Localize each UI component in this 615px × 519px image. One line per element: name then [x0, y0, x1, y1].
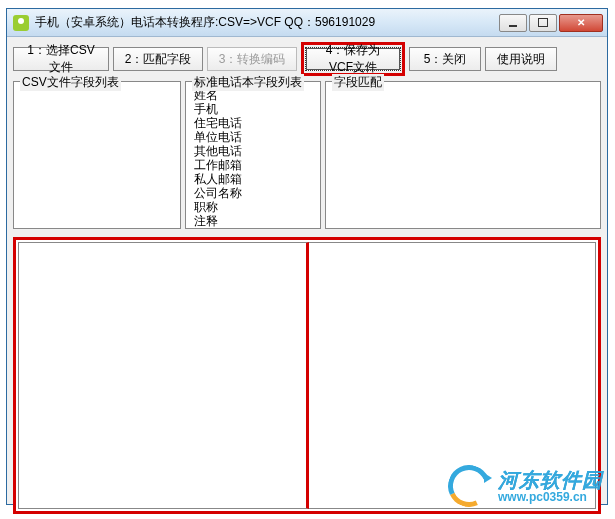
field-match-label: 字段匹配	[332, 74, 384, 91]
standard-fields-panel: 标准电话本字段列表 姓名 手机 住宅电话 单位电话 其他电话 工作邮箱 私人邮箱…	[185, 81, 321, 229]
field-item[interactable]: 住宅电话	[194, 116, 312, 130]
field-item[interactable]: 公司名称	[194, 186, 312, 200]
field-item[interactable]: 单位电话	[194, 130, 312, 144]
standard-fields-list[interactable]: 姓名 手机 住宅电话 单位电话 其他电话 工作邮箱 私人邮箱 公司名称 职称 注…	[186, 82, 320, 234]
app-window: 手机（安卓系统）电话本转换程序:CSV=>VCF QQ：596191029 1：…	[6, 8, 608, 505]
watermark: 河东软件园 www.pc0359.cn	[448, 465, 603, 509]
csv-fields-panel: CSV文件字段列表	[13, 81, 181, 229]
watermark-title: 河东软件园	[498, 469, 603, 491]
field-item[interactable]: 私人邮箱	[194, 172, 312, 186]
watermark-text: 河东软件园 www.pc0359.cn	[498, 469, 603, 504]
save-vcf-button[interactable]: 4：保存为VCF文件	[305, 47, 401, 71]
help-button[interactable]: 使用说明	[485, 47, 557, 71]
watermark-logo-icon	[448, 465, 492, 509]
close-button[interactable]	[559, 14, 603, 32]
field-item[interactable]: 其他电话	[194, 144, 312, 158]
field-item[interactable]: 注释	[194, 214, 312, 228]
standard-fields-label: 标准电话本字段列表	[192, 74, 304, 91]
convert-encoding-button[interactable]: 3：转换编码	[207, 47, 297, 71]
match-fields-button[interactable]: 2：匹配字段	[113, 47, 203, 71]
field-item[interactable]: 职称	[194, 200, 312, 214]
maximize-button[interactable]	[529, 14, 557, 32]
window-title: 手机（安卓系统）电话本转换程序:CSV=>VCF QQ：596191029	[35, 14, 499, 31]
field-panels: CSV文件字段列表 标准电话本字段列表 姓名 手机 住宅电话 单位电话 其他电话…	[7, 81, 607, 229]
csv-fields-label: CSV文件字段列表	[20, 74, 121, 91]
bottom-left-textarea[interactable]	[18, 242, 309, 509]
field-item[interactable]: 手机	[194, 102, 312, 116]
watermark-url: www.pc0359.cn	[498, 491, 603, 504]
window-controls	[499, 14, 603, 32]
app-icon	[13, 15, 29, 31]
select-csv-button[interactable]: 1：选择CSV文件	[13, 47, 109, 71]
field-item[interactable]: 工作邮箱	[194, 158, 312, 172]
titlebar[interactable]: 手机（安卓系统）电话本转换程序:CSV=>VCF QQ：596191029	[7, 9, 607, 37]
highlight-annotation-save: 4：保存为VCF文件	[301, 42, 405, 76]
field-match-panel: 字段匹配	[325, 81, 601, 229]
close-app-button[interactable]: 5：关闭	[409, 47, 481, 71]
minimize-button[interactable]	[499, 14, 527, 32]
